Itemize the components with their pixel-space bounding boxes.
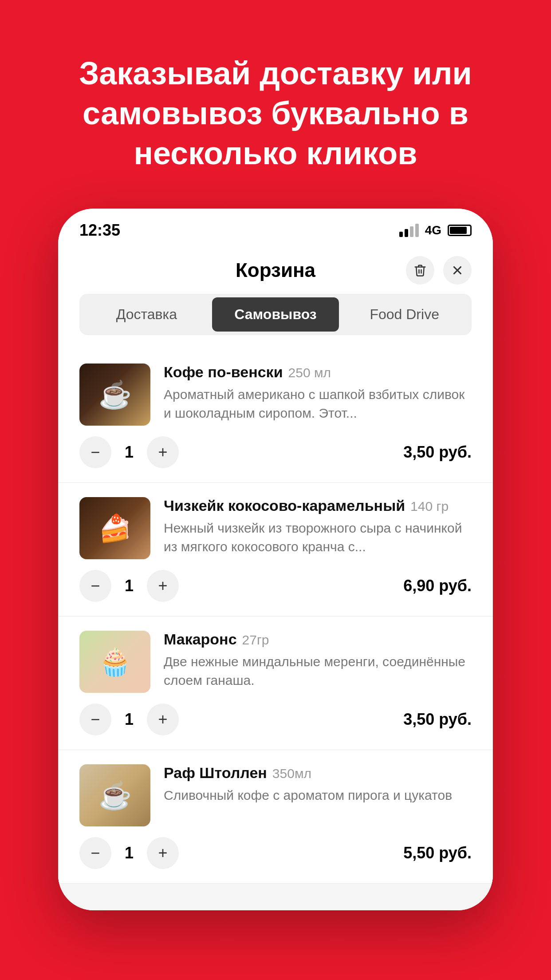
increase-quantity-button[interactable]: +: [147, 703, 179, 735]
item-weight: 140 гр: [410, 499, 449, 514]
cart-items-list: ☕ Кофе по-венски 250 мл Ароматный америк…: [58, 349, 493, 884]
battery-icon: [448, 225, 472, 236]
item-price: 3,50 руб.: [403, 710, 472, 729]
item-image-coffee: ☕: [79, 364, 150, 426]
quantity-value: 1: [122, 443, 136, 462]
quantity-control: − 1 +: [79, 837, 179, 869]
item-description: Две нежные миндальные меренги, соединённ…: [164, 652, 472, 690]
tab-pickup[interactable]: Самовывоз: [212, 297, 339, 332]
tab-food-drive[interactable]: Food Drive: [341, 297, 468, 332]
item-info: Чизкейк кокосово-карамельный 140 гр Нежн…: [164, 497, 472, 556]
status-time: 12:35: [79, 221, 120, 240]
signal-icon: [399, 224, 419, 237]
status-icons: 4G: [399, 223, 472, 237]
item-price: 6,90 руб.: [403, 577, 472, 595]
item-info: Макаронс 27гр Две нежные миндальные мере…: [164, 631, 472, 690]
item-info: Кофе по-венски 250 мл Ароматный американ…: [164, 364, 472, 423]
hero-text: Заказывай доставку или самовывоз букваль…: [0, 0, 551, 209]
network-label: 4G: [425, 223, 441, 237]
decrease-quantity-button[interactable]: −: [79, 837, 111, 869]
item-description: Нежный чизкейк из творожного сыра с начи…: [164, 519, 472, 556]
increase-quantity-button[interactable]: +: [147, 436, 179, 468]
quantity-control: − 1 +: [79, 436, 179, 468]
item-price: 5,50 руб.: [403, 844, 472, 862]
close-button[interactable]: [443, 256, 472, 285]
nav-header: Корзина: [58, 247, 493, 294]
screen-content: Корзина: [58, 247, 493, 910]
item-name: Макаронс: [164, 631, 237, 648]
decrease-quantity-button[interactable]: −: [79, 436, 111, 468]
tabs-bar: Доставка Самовывоз Food Drive: [58, 294, 493, 349]
item-name: Кофе по-венски: [164, 364, 283, 381]
item-name: Чизкейк кокосово-карамельный: [164, 497, 405, 514]
delete-button[interactable]: [406, 256, 434, 285]
quantity-value: 1: [122, 577, 136, 595]
item-description: Ароматный американо с шапкой взбитых сли…: [164, 385, 472, 423]
quantity-control: − 1 +: [79, 703, 179, 735]
nav-actions: [406, 256, 472, 285]
table-row: 🧁 Макаронс 27гр Две нежные миндальные ме…: [58, 616, 493, 750]
table-row: 🍰 Чизкейк кокосово-карамельный 140 гр Не…: [58, 483, 493, 616]
status-bar: 12:35 4G: [58, 209, 493, 247]
quantity-control: − 1 +: [79, 570, 179, 602]
item-image-cake: 🍰: [79, 497, 150, 559]
item-weight: 27гр: [242, 632, 269, 648]
table-row: ☕ Раф Штоллен 350мл Сливочный кофе с аро…: [58, 750, 493, 884]
quantity-value: 1: [122, 844, 136, 862]
page-title: Корзина: [236, 259, 315, 281]
item-image-raf: ☕: [79, 764, 150, 826]
table-row: ☕ Кофе по-венски 250 мл Ароматный америк…: [58, 349, 493, 483]
phone-mockup: 12:35 4G Корзина: [58, 209, 493, 910]
tab-delivery[interactable]: Доставка: [83, 297, 210, 332]
item-weight: 250 мл: [288, 365, 331, 380]
decrease-quantity-button[interactable]: −: [79, 703, 111, 735]
item-description: Сливочный кофе с ароматом пирога и цукат…: [164, 786, 472, 805]
item-name: Раф Штоллен: [164, 764, 267, 782]
tabs-container: Доставка Самовывоз Food Drive: [79, 294, 472, 335]
increase-quantity-button[interactable]: +: [147, 837, 179, 869]
item-price: 3,50 руб.: [403, 443, 472, 462]
item-weight: 350мл: [272, 766, 311, 781]
decrease-quantity-button[interactable]: −: [79, 570, 111, 602]
increase-quantity-button[interactable]: +: [147, 570, 179, 602]
item-info: Раф Штоллен 350мл Сливочный кофе с арома…: [164, 764, 472, 805]
item-image-macarons: 🧁: [79, 631, 150, 693]
quantity-value: 1: [122, 710, 136, 729]
